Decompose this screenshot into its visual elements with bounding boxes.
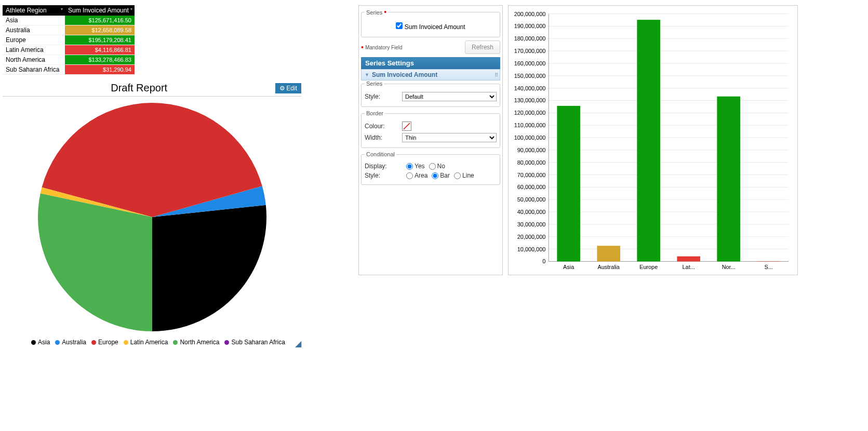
- col-amount[interactable]: Sum Invoiced Amount▾: [65, 5, 135, 16]
- svg-text:190,000,000: 190,000,000: [514, 23, 545, 29]
- svg-text:Australia: Australia: [598, 264, 620, 270]
- svg-text:170,000,000: 170,000,000: [514, 48, 545, 54]
- bar: [557, 106, 580, 262]
- region-summary-table: Athlete Region▾ Sum Invoiced Amount▾ Asi…: [3, 5, 135, 75]
- table-row: Asia$125,671,416.50: [3, 16, 135, 25]
- cell-amount: $31,290.94: [65, 65, 135, 75]
- required-icon: •: [384, 8, 386, 16]
- legend-label: Europe: [98, 339, 118, 346]
- svg-text:50,000,000: 50,000,000: [517, 196, 545, 203]
- cell-amount: $133,278,466.83: [65, 55, 135, 65]
- cell-region: Australia: [3, 25, 65, 35]
- legend-item: Europe: [91, 339, 118, 346]
- svg-text:120,000,000: 120,000,000: [514, 110, 545, 116]
- sort-arrow-icon: ▾: [130, 7, 132, 11]
- series-checkbox[interactable]: [396, 22, 403, 29]
- bar: [717, 97, 740, 262]
- bar: [597, 246, 620, 261]
- colour-label: Colour:: [365, 123, 402, 130]
- svg-text:Nor...: Nor...: [722, 264, 736, 270]
- legend-label: Australia: [62, 339, 86, 346]
- legend-item: Sub Saharan Africa: [224, 339, 285, 346]
- svg-text:150,000,000: 150,000,000: [514, 73, 545, 79]
- legend-swatch-icon: [173, 340, 178, 345]
- svg-text:10,000,000: 10,000,000: [517, 246, 545, 252]
- legend-swatch-icon: [91, 340, 96, 345]
- svg-text:60,000,000: 60,000,000: [517, 184, 545, 190]
- svg-text:0: 0: [542, 258, 545, 264]
- legend-swatch-icon: [55, 340, 60, 345]
- bar-chart: 010,000,00020,000,00030,000,00040,000,00…: [508, 5, 798, 275]
- colour-picker[interactable]: [402, 122, 411, 131]
- style-label: Style:: [365, 93, 402, 100]
- style-bar-radio[interactable]: [432, 172, 438, 179]
- svg-text:110,000,000: 110,000,000: [514, 122, 545, 128]
- legend-label: Sub Saharan Africa: [231, 339, 285, 346]
- svg-text:140,000,000: 140,000,000: [514, 85, 545, 91]
- legend-swatch-icon: [124, 340, 128, 345]
- edit-button[interactable]: ⚙Edit: [275, 83, 301, 93]
- table-row: Australia$12,658,089.58: [3, 25, 135, 35]
- cell-amount: $125,671,416.50: [65, 16, 135, 25]
- pie-chart: [38, 103, 266, 331]
- gear-icon: ⚙: [279, 85, 285, 92]
- pie-slice: [152, 205, 266, 331]
- series-checkbox-label: Sum Invoiced Amount: [405, 23, 465, 31]
- mandatory-note: •Mandatory Field: [361, 43, 403, 51]
- display-yes-radio[interactable]: [406, 163, 413, 170]
- bar: [677, 257, 700, 262]
- series-fieldset: Series • Sum Invoiced Amount: [361, 8, 500, 37]
- legend-item: Latin America: [124, 339, 168, 346]
- svg-text:180,000,000: 180,000,000: [514, 35, 545, 42]
- refresh-button[interactable]: Refresh: [465, 41, 500, 54]
- cell-region: Europe: [3, 35, 65, 45]
- collapse-arrow-icon: ▼: [365, 72, 369, 77]
- col-region[interactable]: Athlete Region▾: [3, 5, 65, 16]
- svg-text:30,000,000: 30,000,000: [517, 221, 545, 227]
- legend-label: Latin America: [130, 339, 168, 346]
- cell-amount: $195,179,208.41: [65, 35, 135, 45]
- drag-grip-icon[interactable]: ⠿: [495, 72, 498, 78]
- svg-text:200,000,000: 200,000,000: [514, 11, 545, 17]
- style-area-radio[interactable]: [406, 172, 413, 179]
- table-row: North America$133,278,466.83: [3, 55, 135, 65]
- cell-region: Asia: [3, 16, 65, 25]
- report-title: Draft Report: [3, 80, 275, 96]
- border-fieldset: Border Colour: Width: Thin: [361, 110, 500, 148]
- cell-region: Latin America: [3, 45, 65, 55]
- table-row: Europe$195,179,208.41: [3, 35, 135, 45]
- cond-style-label: Style:: [365, 172, 402, 179]
- style-line-radio[interactable]: [454, 172, 461, 179]
- pie-slice: [38, 194, 152, 331]
- width-select[interactable]: Thin: [402, 133, 497, 142]
- series-subheader[interactable]: ▼ Sum Invoiced Amount ⠿: [361, 69, 500, 80]
- legend-item: North America: [173, 339, 219, 346]
- table-row: Latin America$4,116,866.81: [3, 45, 135, 55]
- svg-text:100,000,000: 100,000,000: [514, 134, 545, 141]
- svg-text:40,000,000: 40,000,000: [517, 209, 545, 215]
- svg-text:Asia: Asia: [563, 264, 575, 270]
- display-label: Display:: [365, 163, 402, 170]
- svg-text:130,000,000: 130,000,000: [514, 97, 545, 103]
- conditional-fieldset: Conditional Display: Yes No Style: Area …: [361, 151, 500, 185]
- cell-amount: $4,116,866.81: [65, 45, 135, 55]
- svg-text:Lat...: Lat...: [683, 264, 695, 270]
- legend-swatch-icon: [31, 340, 36, 345]
- svg-text:80,000,000: 80,000,000: [517, 159, 545, 166]
- style-select[interactable]: Default: [402, 92, 497, 101]
- bar: [637, 20, 660, 261]
- resize-handle-icon[interactable]: ◢: [295, 339, 301, 348]
- svg-text:Europe: Europe: [639, 264, 658, 270]
- svg-text:S...: S...: [764, 264, 772, 270]
- svg-text:70,000,000: 70,000,000: [517, 172, 545, 178]
- sort-arrow-icon: ▾: [61, 7, 63, 11]
- series-settings-header: Series Settings: [361, 57, 500, 69]
- legend-swatch-icon: [224, 340, 229, 345]
- legend-label: North America: [180, 339, 219, 346]
- svg-text:90,000,000: 90,000,000: [517, 147, 545, 153]
- display-no-radio[interactable]: [429, 163, 436, 170]
- width-label: Width:: [365, 134, 402, 141]
- settings-panel: Series • Sum Invoiced Amount •Mandatory …: [358, 5, 503, 275]
- pie-legend: AsiaAustraliaEuropeLatin AmericaNorth Am…: [31, 339, 285, 346]
- series-style-fieldset: Series Style: Default: [361, 80, 500, 107]
